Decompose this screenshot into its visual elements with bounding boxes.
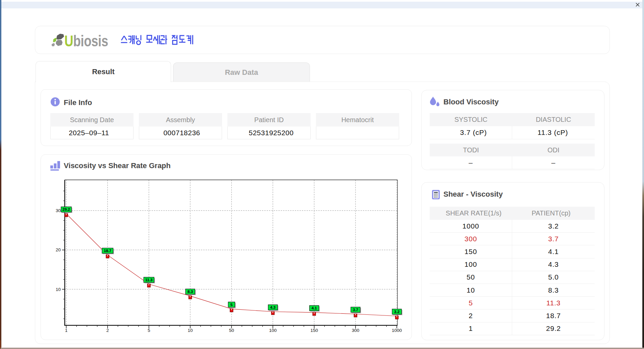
svg-text:5: 5 bbox=[148, 328, 150, 333]
svg-text:2: 2 bbox=[106, 328, 109, 333]
svg-text:10: 10 bbox=[188, 328, 193, 333]
svg-text:30: 30 bbox=[56, 208, 61, 213]
svg-text:1000: 1000 bbox=[392, 328, 402, 333]
svg-text:150: 150 bbox=[310, 328, 318, 333]
svg-text:100: 100 bbox=[269, 328, 277, 333]
svg-text:50: 50 bbox=[229, 328, 234, 333]
svg-text:10: 10 bbox=[56, 287, 61, 292]
svg-text:8.3: 8.3 bbox=[187, 290, 193, 294]
svg-text:4.3: 4.3 bbox=[270, 305, 276, 309]
svg-text:5: 5 bbox=[230, 303, 233, 307]
svg-text:1: 1 bbox=[65, 328, 68, 333]
svg-text:4.1: 4.1 bbox=[312, 306, 317, 310]
svg-text:29.2: 29.2 bbox=[62, 207, 70, 211]
svg-text:20: 20 bbox=[56, 247, 61, 252]
svg-text:300: 300 bbox=[352, 328, 360, 333]
svg-text:3.7: 3.7 bbox=[353, 308, 358, 312]
svg-text:18.7: 18.7 bbox=[104, 249, 111, 253]
svg-text:11.3: 11.3 bbox=[145, 278, 153, 282]
svg-text:3.2: 3.2 bbox=[394, 310, 399, 314]
